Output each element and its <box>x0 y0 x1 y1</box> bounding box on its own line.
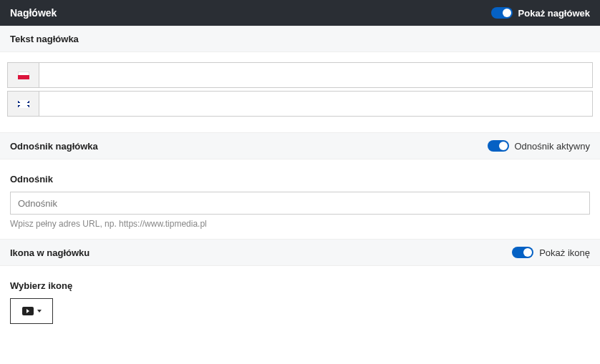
choose-icon-label: Wybierz ikonę <box>10 280 590 291</box>
icon-section-label: Ikona w nagłówku <box>10 247 89 258</box>
link-active-toggle-row: Odnośnik aktywny <box>488 140 591 152</box>
icon-section-bar: Ikona w nagłówku Pokaż ikonę <box>0 239 600 266</box>
input-row-pl <box>7 62 593 88</box>
show-header-toggle-row: Pokaż nagłówek <box>491 7 590 19</box>
show-icon-toggle-row: Pokaż ikonę <box>512 247 590 258</box>
flag-pl-icon <box>7 62 39 88</box>
youtube-icon <box>22 307 34 315</box>
link-field-label: Odnośnik <box>10 174 590 185</box>
text-inputs-block <box>0 52 600 132</box>
input-row-en <box>7 91 593 117</box>
link-active-label: Odnośnik aktywny <box>515 141 591 152</box>
caret-down-icon <box>37 310 42 313</box>
link-active-toggle[interactable] <box>488 140 509 152</box>
header-title: Nagłówek <box>10 7 57 19</box>
link-helper-text: Wpisz pełny adres URL, np. https://www.t… <box>10 219 590 229</box>
icon-picker-button[interactable] <box>10 298 53 324</box>
show-header-label: Pokaż nagłówek <box>518 8 590 19</box>
icon-field-block: Wybierz ikonę <box>0 266 600 334</box>
text-section-bar: Tekst nagłówka <box>0 26 600 52</box>
link-section-label: Odnośnik nagłówka <box>10 141 98 152</box>
link-field-block: Odnośnik Wpisz pełny adres URL, np. http… <box>0 159 600 239</box>
link-section-bar: Odnośnik nagłówka Odnośnik aktywny <box>0 132 600 159</box>
show-header-toggle[interactable] <box>491 7 513 19</box>
header-text-en-input[interactable] <box>39 91 593 117</box>
show-icon-toggle[interactable] <box>512 247 533 258</box>
show-icon-label: Pokaż ikonę <box>539 247 590 258</box>
text-section-label: Tekst nagłówka <box>10 34 79 44</box>
link-url-input[interactable] <box>10 192 590 215</box>
header-text-pl-input[interactable] <box>39 62 593 88</box>
flag-uk-icon <box>7 91 39 117</box>
header-bar: Nagłówek Pokaż nagłówek <box>0 0 600 26</box>
